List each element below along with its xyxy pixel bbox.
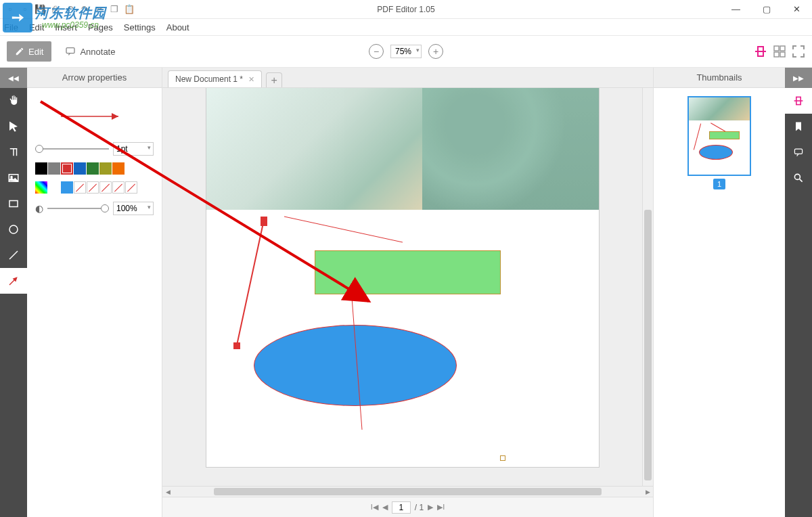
edit-mode-button[interactable]: Edit (7, 41, 51, 62)
canvas-area: New Document 1 * ✕ + (162, 68, 653, 517)
page (206, 88, 599, 467)
stroke-width-value[interactable]: 1pt (113, 142, 154, 156)
menu-file[interactable]: File (4, 22, 18, 32)
next-page-button[interactable]: ▶ (428, 503, 433, 512)
swatch-green[interactable] (87, 162, 99, 175)
swatch-none-4[interactable] (112, 181, 125, 194)
zoom-controls: − 75% + (369, 44, 443, 59)
ellipse-tool[interactable] (0, 217, 27, 242)
swatch-blue[interactable] (74, 162, 86, 175)
green-rectangle-shape[interactable] (315, 250, 501, 294)
tab-document-1[interactable]: New Document 1 * ✕ (168, 70, 262, 87)
page-number-input[interactable] (392, 501, 411, 514)
title-bar: ▫ ▫ 💾 ⎙ ↶ ↷ ✂ ❐ 📋 PDF Editor 1.05 — ▢ ✕ (0, 0, 812, 19)
swatch-orange[interactable] (112, 162, 125, 175)
svg-line-24 (800, 179, 803, 182)
svg-line-17 (237, 220, 264, 345)
text-tool[interactable] (0, 139, 27, 165)
arrow-tool[interactable] (0, 268, 27, 294)
vertical-scrollbar[interactable] (642, 88, 653, 486)
line-tool[interactable] (0, 242, 27, 268)
swatch-gray[interactable] (48, 162, 60, 175)
fullscreen-icon[interactable] (792, 45, 805, 58)
qat-new-icon[interactable]: ▫ (4, 3, 16, 16)
qat-cut-icon[interactable]: ✂ (93, 3, 106, 16)
menu-settings[interactable]: Settings (124, 22, 156, 32)
grid-view-icon[interactable] (773, 45, 786, 58)
color-swatches-row1 (35, 162, 154, 175)
image-tool[interactable] (0, 165, 27, 191)
swatch-none-2[interactable] (87, 181, 99, 194)
minimize-button[interactable]: — (721, 0, 751, 19)
horizontal-scrollbar[interactable]: ◀▶ (162, 486, 653, 497)
swatch-none-5[interactable] (125, 181, 137, 194)
app-title: PDF Editor 1.05 (377, 5, 434, 14)
opacity-value[interactable]: 100% (113, 202, 154, 215)
qat-undo-icon[interactable]: ↶ (64, 3, 76, 16)
tab-close-icon[interactable]: ✕ (248, 75, 254, 84)
first-page-button[interactable]: I◀ (371, 503, 378, 512)
search-toggle[interactable] (785, 165, 812, 191)
qat-save-icon[interactable]: 💾 (34, 3, 46, 16)
select-tool[interactable] (0, 114, 27, 139)
svg-rect-5 (774, 52, 779, 57)
zoom-in-button[interactable]: + (428, 44, 443, 59)
resize-handle[interactable] (500, 455, 505, 461)
bookmarks-toggle[interactable] (785, 114, 812, 139)
svg-rect-3 (774, 46, 779, 51)
swatch-none-1[interactable] (74, 181, 86, 194)
annotate-mode-button[interactable]: Annotate (58, 41, 122, 62)
collapse-left-button[interactable]: ◀◀ (0, 68, 27, 88)
svg-point-23 (794, 174, 800, 179)
last-page-button[interactable]: ▶I (437, 503, 445, 512)
left-toolbar: ◀◀ (0, 68, 27, 517)
opacity-icon: ◐ (35, 203, 43, 214)
svg-line-15 (284, 217, 403, 242)
qat-copy-icon[interactable]: ❐ (108, 3, 120, 16)
thumbnails-toggle[interactable] (785, 88, 812, 114)
add-tab-button[interactable]: + (266, 72, 282, 87)
main-toolbar: Edit Annotate − 75% + (0, 35, 812, 68)
page-navigation: I◀ ◀ / 1 ▶ ▶I (162, 497, 653, 517)
qat-print-icon[interactable]: ⎙ (49, 3, 61, 16)
hand-tool[interactable] (0, 88, 27, 114)
swatch-black[interactable] (35, 162, 47, 175)
comment-icon (65, 46, 76, 57)
swatch-olive[interactable] (99, 162, 112, 175)
thumbnails-panel: Thumbnails 1 (653, 68, 785, 517)
svg-rect-4 (780, 46, 785, 51)
thumbnail-page-1[interactable] (687, 96, 751, 176)
edit-button-label: Edit (28, 47, 43, 57)
opacity-slider[interactable] (47, 208, 109, 209)
menu-about[interactable]: About (166, 22, 189, 32)
swatch-none-3[interactable] (99, 181, 112, 194)
annotate-button-label: Annotate (80, 47, 115, 57)
qat-paste-icon[interactable]: 📋 (123, 3, 135, 16)
stroke-width-slider[interactable] (35, 148, 109, 150)
comments-toggle[interactable] (785, 139, 812, 165)
menu-pages[interactable]: Pages (88, 22, 113, 32)
menu-insert[interactable]: Insert (55, 22, 77, 32)
qat-redo-icon[interactable]: ↷ (78, 3, 91, 16)
zoom-level-select[interactable]: 75% (390, 45, 422, 58)
right-toolbar: ▶▶ (785, 68, 812, 517)
blue-ellipse-shape[interactable] (254, 325, 457, 406)
close-button[interactable]: ✕ (782, 0, 812, 19)
rectangle-tool[interactable] (0, 191, 27, 217)
thumbnail-number: 1 (713, 179, 725, 189)
qat-open-icon[interactable]: ▫ (19, 3, 31, 16)
single-page-view-icon[interactable] (754, 45, 767, 58)
properties-panel: Arrow properties 1pt (27, 68, 162, 517)
menu-edit[interactable]: Edit (29, 22, 44, 32)
swatch-red[interactable] (61, 162, 73, 175)
collapse-right-button[interactable]: ▶▶ (785, 68, 812, 88)
swatch-picker[interactable] (35, 181, 47, 194)
document-canvas[interactable] (162, 88, 642, 486)
svg-rect-10 (9, 201, 18, 207)
swatch-lightblue[interactable] (61, 181, 73, 194)
pencil-icon (15, 47, 24, 56)
zoom-out-button[interactable]: − (369, 44, 384, 59)
page-total: / 1 (415, 503, 424, 512)
prev-page-button[interactable]: ◀ (382, 503, 388, 512)
maximize-button[interactable]: ▢ (751, 0, 782, 19)
